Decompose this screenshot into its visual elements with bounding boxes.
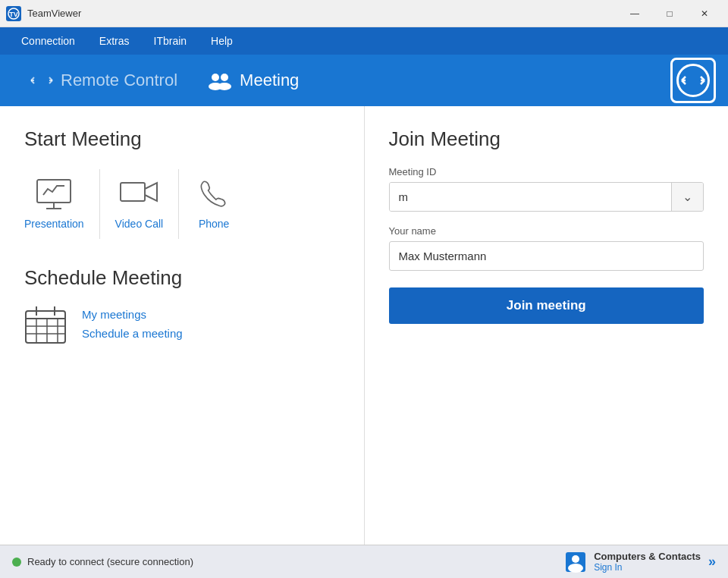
title-bar: TV TeamViewer — □ ✕ (0, 0, 728, 27)
tab-meeting[interactable]: Meeting (193, 64, 314, 96)
app-title: TeamViewer (27, 8, 617, 19)
menu-connection[interactable]: Connection (12, 30, 84, 52)
join-meeting-button[interactable]: Join meeting (389, 287, 704, 324)
svg-point-22 (568, 564, 583, 573)
schedule-a-meeting-link[interactable]: Schedule a meeting (82, 327, 183, 340)
meeting-id-row: ⌄ (389, 182, 704, 212)
app-logo: TV (6, 6, 21, 21)
schedule-meeting-section: Schedule Meeting My meetings (24, 266, 340, 344)
contacts-icon (565, 551, 586, 573)
contacts-signin[interactable]: Sign In (594, 562, 701, 573)
contacts-title: Computers & Contacts (594, 551, 701, 562)
menu-bar: Connection Extras ITbrain Help (0, 27, 728, 55)
video-call-label: Video Call (115, 218, 164, 230)
contacts-info: Computers & Contacts Sign In (594, 551, 701, 573)
presentation-label: Presentation (24, 218, 84, 230)
computers-contacts-panel[interactable]: Computers & Contacts Sign In » (565, 551, 716, 573)
meeting-id-input[interactable] (390, 183, 672, 211)
video-call-icon (119, 178, 158, 210)
phone-label: Phone (199, 218, 229, 230)
your-name-label: Your name (389, 225, 704, 237)
close-button[interactable]: ✕ (687, 0, 722, 27)
minimize-button[interactable]: — (617, 0, 652, 27)
status-text: Ready to connect (secure connection) (27, 556, 193, 567)
your-name-input[interactable] (389, 241, 704, 271)
start-meeting-title: Start Meeting (24, 127, 340, 151)
remote-control-icon (30, 71, 53, 90)
right-panel: Join Meeting Meeting ID ⌄ Your name Join… (365, 106, 729, 545)
teamviewer-logo-badge (670, 58, 716, 103)
meeting-options: Presentation Video Call (24, 169, 340, 239)
video-call-option[interactable]: Video Call (100, 169, 180, 239)
svg-point-21 (572, 555, 579, 563)
chevron-right-icon: » (708, 554, 716, 570)
svg-point-3 (212, 74, 219, 81)
phone-option[interactable]: Phone (179, 169, 249, 239)
meeting-id-dropdown[interactable]: ⌄ (671, 183, 703, 211)
tab-meeting-label: Meeting (240, 71, 299, 90)
menu-itbrain[interactable]: ITbrain (145, 30, 196, 52)
left-panel: Start Meeting Presentation (0, 106, 365, 545)
svg-rect-10 (121, 183, 145, 201)
status-bar: Ready to connect (secure connection) Com… (0, 545, 728, 578)
tab-remote-control-label: Remote Control (61, 71, 177, 90)
maximize-button[interactable]: □ (652, 0, 687, 27)
schedule-meeting-title: Schedule Meeting (24, 266, 340, 290)
calendar-icon (24, 305, 67, 344)
tab-remote-control[interactable]: Remote Control (15, 64, 193, 96)
svg-point-4 (221, 74, 228, 81)
schedule-links: My meetings Schedule a meeting (82, 308, 183, 340)
status-left: Ready to connect (secure connection) (12, 556, 565, 567)
my-meetings-link[interactable]: My meetings (82, 308, 183, 321)
svg-rect-11 (26, 311, 65, 343)
svg-text:TV: TV (9, 11, 18, 18)
join-meeting-title: Join Meeting (389, 127, 704, 151)
menu-extras[interactable]: Extras (90, 30, 139, 52)
svg-point-6 (218, 83, 231, 90)
schedule-content: My meetings Schedule a meeting (24, 302, 340, 344)
tab-bar: Remote Control Meeting (0, 55, 728, 106)
window-controls: — □ ✕ (617, 0, 722, 27)
meeting-id-label: Meeting ID (389, 166, 704, 177)
status-indicator (12, 558, 21, 567)
presentation-option[interactable]: Presentation (24, 169, 100, 239)
meeting-icon (208, 71, 232, 90)
presentation-icon (34, 178, 74, 210)
menu-help[interactable]: Help (202, 30, 242, 52)
main-content: Start Meeting Presentation (0, 106, 728, 545)
phone-icon (194, 178, 234, 210)
